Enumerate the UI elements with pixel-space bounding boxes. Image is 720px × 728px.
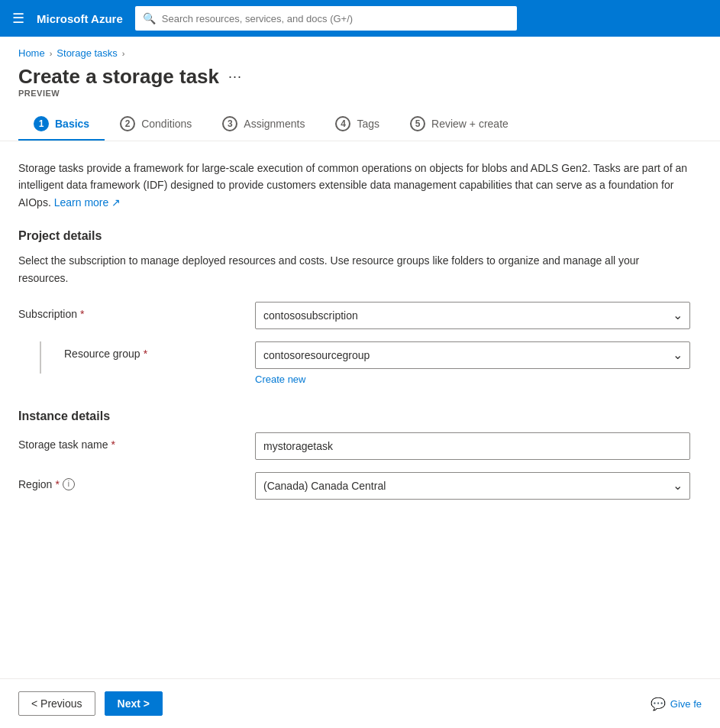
resource-group-row: Resource group * contosoresourcegroup Cr…: [18, 341, 690, 385]
storage-task-name-required: *: [111, 438, 115, 451]
preview-badge: PREVIEW: [0, 89, 720, 107]
page-header: Create a storage task ···: [0, 59, 720, 89]
page-title: Create a storage task: [18, 65, 219, 89]
project-details-title: Project details: [18, 229, 702, 243]
region-label-text: Region: [18, 478, 52, 490]
storage-task-name-input[interactable]: [255, 432, 690, 460]
top-nav: ☰ Microsoft Azure 🔍: [0, 0, 720, 37]
step-circle-1: 1: [34, 116, 49, 131]
previous-button[interactable]: < Previous: [18, 691, 95, 716]
learn-more-link[interactable]: Learn more ↗: [54, 196, 121, 209]
learn-more-text: Learn more: [54, 196, 109, 209]
breadcrumb-sep1: ›: [50, 49, 53, 58]
resource-group-required: *: [144, 348, 147, 360]
content-area: Storage tasks provide a framework for la…: [0, 141, 720, 678]
subscription-label-text: Subscription: [18, 308, 77, 320]
breadcrumb-home[interactable]: Home: [18, 47, 45, 59]
page-description: Storage tasks provide a framework for la…: [18, 160, 690, 211]
breadcrumb-sep2: ›: [122, 49, 125, 58]
instance-details-title: Instance details: [18, 409, 702, 423]
breadcrumb-storage-tasks[interactable]: Storage tasks: [57, 47, 118, 59]
region-row: Region * i (Canada) Canada Central: [18, 472, 690, 500]
step-circle-2: 2: [120, 116, 135, 131]
app-title: Microsoft Azure: [37, 12, 123, 25]
indent-line-wrapper: [18, 341, 64, 374]
storage-task-name-label: Storage task name *: [18, 432, 255, 451]
indent-line: [40, 341, 41, 374]
step-circle-3: 3: [222, 116, 237, 131]
subscription-control: contososubscription: [255, 302, 690, 329]
subscription-select-wrapper: contososubscription: [255, 302, 690, 329]
subscription-select[interactable]: contososubscription: [255, 302, 690, 329]
resource-group-select[interactable]: contosoresourcegroup: [255, 341, 690, 369]
tab-review-create[interactable]: 5 Review + create: [395, 107, 524, 141]
resource-group-label: Resource group *: [64, 341, 255, 360]
resource-group-control: contosoresourcegroup Create new: [255, 341, 690, 385]
hamburger-icon[interactable]: ☰: [12, 10, 24, 27]
region-info-icon[interactable]: i: [63, 478, 75, 490]
feedback-link[interactable]: 💬 Give fe: [651, 697, 702, 711]
tab-tags[interactable]: 4 Tags: [320, 107, 395, 141]
search-icon: 🔍: [143, 12, 156, 24]
region-select-wrapper: (Canada) Canada Central: [255, 472, 690, 500]
footer: < Previous Next > 💬 Give fe: [0, 678, 720, 728]
project-details-desc: Select the subscription to manage deploy…: [18, 252, 690, 286]
step-circle-5: 5: [410, 116, 425, 131]
region-required: *: [55, 478, 59, 490]
region-label: Region * i: [18, 472, 255, 490]
tab-assignments-label: Assignments: [244, 118, 305, 130]
tab-tags-label: Tags: [357, 118, 379, 130]
tab-review-create-label: Review + create: [431, 118, 509, 130]
step-circle-4: 4: [335, 116, 350, 131]
tab-basics-label: Basics: [55, 118, 89, 130]
tab-conditions[interactable]: 2 Conditions: [105, 107, 207, 141]
region-select[interactable]: (Canada) Canada Central: [255, 472, 690, 500]
storage-task-name-control: [255, 432, 690, 460]
subscription-label: Subscription *: [18, 302, 255, 320]
breadcrumb: Home › Storage tasks ›: [0, 37, 720, 59]
resource-group-label-text: Resource group: [64, 348, 140, 360]
resource-group-select-wrapper: contosoresourcegroup: [255, 341, 690, 369]
search-input[interactable]: [162, 13, 509, 24]
region-control: (Canada) Canada Central: [255, 472, 690, 500]
search-bar: 🔍: [135, 6, 517, 31]
feedback-label: Give fe: [670, 698, 702, 710]
storage-task-name-row: Storage task name *: [18, 432, 690, 460]
tab-assignments[interactable]: 3 Assignments: [207, 107, 320, 141]
subscription-required: *: [80, 308, 84, 320]
create-new-link[interactable]: Create new: [255, 374, 690, 385]
feedback-icon: 💬: [651, 697, 666, 711]
next-button[interactable]: Next >: [105, 691, 163, 716]
wizard-tabs: 1 Basics 2 Conditions 3 Assignments 4 Ta…: [0, 107, 720, 141]
subscription-row: Subscription * contososubscription: [18, 302, 690, 329]
storage-task-name-label-text: Storage task name: [18, 438, 108, 451]
tab-basics[interactable]: 1 Basics: [18, 107, 105, 141]
more-options-icon[interactable]: ···: [228, 69, 242, 85]
tab-conditions-label: Conditions: [141, 118, 192, 130]
